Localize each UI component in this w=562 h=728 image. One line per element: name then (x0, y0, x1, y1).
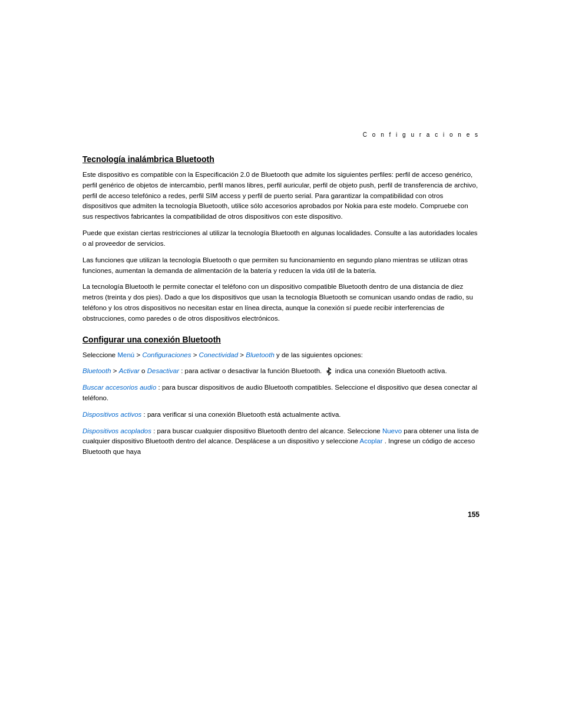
section1-para2: Puede que existan ciertas restricciones … (82, 228, 480, 249)
section1-heading: Tecnología inalámbrica Bluetooth (82, 154, 480, 164)
item4-desc1: : para buscar cualquier dispositivo Blue… (153, 427, 382, 434)
intro-arrow3: > (240, 351, 246, 358)
page-number: 155 (468, 510, 480, 519)
link-acoplar[interactable]: Acoplar (360, 437, 383, 444)
page-number-area: 155 (0, 499, 562, 519)
bluetooth-active-icon (325, 367, 333, 375)
link-bluetooth[interactable]: Bluetooth (82, 367, 111, 374)
item-buscar-accesorios: Buscar accesorios audio : para buscar di… (82, 383, 480, 404)
menu-link-bluetooth[interactable]: Bluetooth (246, 351, 275, 358)
intro-text-before: Seleccione (82, 351, 117, 358)
section1-para3: Las funciones que utilizan la tecnología… (82, 255, 480, 276)
item1-after-icon: indica una conexión Bluetooth activa. (335, 367, 447, 374)
section1-para4: La tecnología Bluetooth le permite conec… (82, 282, 480, 324)
section1-para1: Este dispositivo es compatible con la Es… (82, 170, 480, 222)
link-nuevo[interactable]: Nuevo (382, 427, 402, 434)
intro-arrow2: > (193, 351, 199, 358)
menu-link-conectividad[interactable]: Conectividad (199, 351, 238, 358)
page-header: C o n f i g u r a c i o n e s (0, 0, 562, 144)
item3-desc: : para verificar si una conexión Bluetoo… (144, 411, 341, 418)
intro-arrow1: > (136, 351, 142, 358)
intro-text-after: y de las siguientes opciones: (276, 351, 363, 358)
chapter-title: C o n f i g u r a c i o n e s (363, 131, 480, 138)
section2-heading: Configurar una conexión Bluetooth (82, 335, 480, 344)
menu-link-menu[interactable]: Menú (117, 351, 134, 358)
content-area: Tecnología inalámbrica Bluetooth Este di… (0, 154, 562, 499)
link-dispositivos-acoplados[interactable]: Dispositivos acoplados (82, 427, 151, 434)
link-dispositivos-activos[interactable]: Dispositivos activos (82, 411, 141, 418)
section2-intro: Seleccione Menú > Configuraciones > Cone… (82, 350, 480, 361)
link-buscar-accesorios[interactable]: Buscar accesorios audio (82, 384, 156, 391)
item-bluetooth-activate: Bluetooth > Activar o Desactivar : para … (82, 366, 480, 377)
item-dispositivos-acoplados: Dispositivos acoplados : para buscar cua… (82, 426, 480, 457)
item-dispositivos-activos: Dispositivos activos : para verificar si… (82, 410, 480, 420)
item1-desc: : para activar o desactivar la función B… (181, 367, 323, 374)
link-desactivar[interactable]: Desactivar (147, 367, 179, 374)
page: C o n f i g u r a c i o n e s Tecnología… (0, 0, 562, 728)
item1-or: o (141, 367, 147, 374)
menu-link-configuraciones[interactable]: Configuraciones (142, 351, 191, 358)
item1-arrow: > (113, 367, 119, 374)
link-activar[interactable]: Activar (119, 367, 140, 374)
